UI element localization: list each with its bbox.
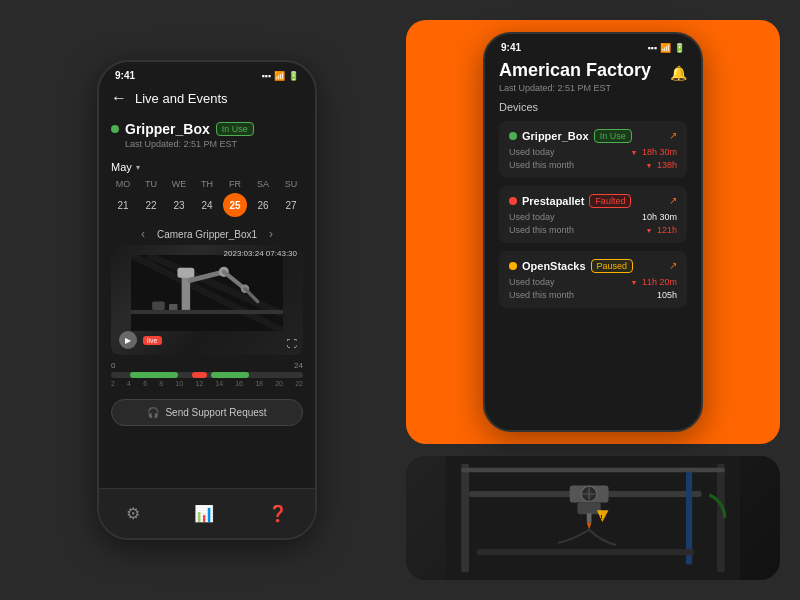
svg-rect-11: [152, 301, 165, 309]
cal-day-mo: MO: [111, 179, 135, 189]
camera-nav: ‹ Camera Gripper_Box1 ›: [99, 223, 315, 245]
camera-next-button[interactable]: ›: [269, 227, 273, 241]
timeline-end: 24: [294, 361, 303, 370]
nav-analytics-icon[interactable]: 📊: [186, 496, 222, 531]
stat-today-gripper: Used today ▼ 18h 30m: [509, 147, 677, 157]
stat-today-presta: Used today 10h 30m: [509, 212, 677, 222]
factory-header: American Factory Last Updated: 2:51 PM E…: [485, 57, 701, 101]
phone-right: 9:41 ▪▪▪ 📶 🔋 American Factory Last Updat…: [483, 32, 703, 432]
today-label-gripper: Used today: [509, 147, 555, 157]
play-button[interactable]: ▶: [119, 331, 137, 349]
status-bar-right: 9:41 ▪▪▪ 📶 🔋: [485, 34, 701, 57]
today-value-presta: 10h 30m: [642, 212, 677, 222]
time-left: 9:41: [115, 70, 135, 81]
cal-date-27[interactable]: 27: [279, 193, 303, 217]
support-icon: 🎧: [147, 407, 159, 418]
month-label: May: [111, 161, 132, 173]
external-link-openstacks[interactable]: ↗: [669, 260, 677, 271]
tick-20: 20: [275, 380, 283, 387]
stat-month-presta: Used this month ▼ 121h: [509, 225, 677, 235]
timeline-green-segment2: [211, 372, 249, 378]
status-bar-left: 9:41 ▪▪▪ 📶 🔋: [99, 62, 315, 85]
tick-18: 18: [255, 380, 263, 387]
tick-8: 8: [159, 380, 163, 387]
support-request-button[interactable]: 🎧 Send Support Request: [111, 399, 303, 426]
month-selector[interactable]: May ▾: [99, 155, 315, 177]
svg-rect-13: [446, 456, 741, 580]
timeline-bar[interactable]: [111, 372, 303, 378]
factory-info: American Factory Last Updated: 2:51 PM E…: [499, 61, 651, 93]
dot-presta: [509, 197, 517, 205]
robot-arm-illustration: [131, 255, 283, 331]
device-row-presta[interactable]: Prestapallet Faulted ↗ Used today 10h 30…: [499, 186, 687, 243]
printer-svg: !: [406, 456, 780, 580]
nav-settings-icon[interactable]: ⚙: [118, 496, 148, 531]
svg-rect-12: [169, 304, 177, 310]
device-row-header-presta: Prestapallet Faulted ↗: [509, 194, 677, 208]
tick-10: 10: [175, 380, 183, 387]
device-name-presta: Prestapallet: [522, 195, 584, 207]
notification-bell-icon[interactable]: 🔔: [670, 65, 687, 81]
video-container: 2023:03:24 07:43:30 ▶ live ⛶: [111, 245, 303, 355]
cal-date-22[interactable]: 22: [139, 193, 163, 217]
external-link-presta[interactable]: ↗: [669, 195, 677, 206]
cal-date-24[interactable]: 24: [195, 193, 219, 217]
wifi-icon-right: 📶: [660, 43, 671, 53]
cal-date-26[interactable]: 26: [251, 193, 275, 217]
device-row-header-gripper: Gripper_Box In Use ↗: [509, 129, 677, 143]
live-badge: live: [143, 336, 162, 345]
timeline-container: 0 24 2 4 6 8 10 12 14 16 18: [99, 355, 315, 391]
device-status-badge: In Use: [216, 122, 254, 136]
status-icons-left: ▪▪▪ 📶 🔋: [261, 71, 299, 81]
nav-header: ← Live and Events: [99, 85, 315, 115]
device-row-header-openstacks: OpenStacks Paused ↗: [509, 259, 677, 273]
cal-day-we: WE: [167, 179, 191, 189]
timeline-green-segment: [130, 372, 178, 378]
tick-12: 12: [195, 380, 203, 387]
back-button[interactable]: ←: [111, 89, 127, 107]
month-label-presta: Used this month: [509, 225, 574, 235]
battery-icon: 🔋: [288, 71, 299, 81]
svg-rect-10: [131, 310, 283, 314]
device-name-text: Gripper_Box: [125, 121, 210, 137]
month-label-gripper: Used this month: [509, 160, 574, 170]
main-container: 9:41 ▪▪▪ 📶 🔋 ← Live and Events Gripper_B…: [10, 10, 790, 590]
cal-date-25[interactable]: 25: [223, 193, 247, 217]
external-link-gripper[interactable]: ↗: [669, 130, 677, 141]
today-value-openstacks: ▼ 11h 20m: [631, 277, 677, 287]
printer-photo: !: [406, 456, 780, 580]
left-panel: 9:41 ▪▪▪ 📶 🔋 ← Live and Events Gripper_B…: [20, 20, 394, 580]
cal-day-fr: FR: [223, 179, 247, 189]
tick-14: 14: [215, 380, 223, 387]
signal-icon: ▪▪▪: [261, 71, 271, 81]
devices-title: Devices: [499, 101, 687, 113]
fullscreen-button[interactable]: ⛶: [287, 338, 297, 349]
cal-day-su: SU: [279, 179, 303, 189]
dot-gripper: [509, 132, 517, 140]
device-name-row: Gripper_Box In Use: [111, 121, 303, 137]
month-value-gripper: ▼ 138h: [646, 160, 677, 170]
cal-date-21[interactable]: 21: [111, 193, 135, 217]
svg-rect-4: [177, 268, 194, 278]
badge-openstacks: Paused: [591, 259, 634, 273]
nav-help-icon[interactable]: ❓: [260, 496, 296, 531]
device-name-gripper: Gripper_Box: [522, 130, 589, 142]
stat-month-gripper: Used this month ▼ 138h: [509, 160, 677, 170]
device-status-dot: [111, 125, 119, 133]
cal-day-th: TH: [195, 179, 219, 189]
camera-prev-button[interactable]: ‹: [141, 227, 145, 241]
device-name-row-presta: Prestapallet Faulted: [509, 194, 631, 208]
signal-icon-right: ▪▪▪: [647, 43, 657, 53]
calendar-header: MO TU WE TH FR SA SU: [111, 179, 303, 189]
nav-title: Live and Events: [135, 91, 228, 106]
cal-date-23[interactable]: 23: [167, 193, 191, 217]
device-row-gripper[interactable]: Gripper_Box In Use ↗ Used today ▼ 18h 30…: [499, 121, 687, 178]
calendar-dates: 21 22 23 24 25 26 27: [111, 193, 303, 217]
device-row-openstacks[interactable]: OpenStacks Paused ↗ Used today ▼ 11h 20m…: [499, 251, 687, 308]
svg-rect-14: [461, 464, 469, 573]
video-bg: 2023:03:24 07:43:30 ▶ live ⛶: [111, 245, 303, 355]
svg-rect-19: [578, 503, 601, 515]
svg-rect-24: [587, 513, 592, 522]
timeline-numbers: 0 24: [111, 361, 303, 370]
cal-day-tu: TU: [139, 179, 163, 189]
